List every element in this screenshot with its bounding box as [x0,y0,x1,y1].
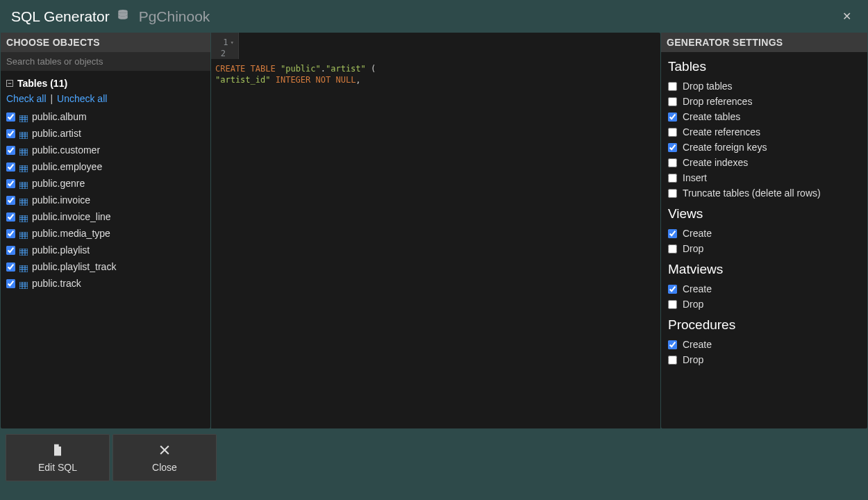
sql-editor[interactable]: 1▾2 CREATE TABLE "public"."artist" ( "ar… [211,33,660,428]
table-row[interactable]: public.track [6,275,205,292]
close-label: Close [152,462,177,473]
table-row[interactable]: public.playlist [6,242,205,258]
setting-checkbox[interactable] [668,189,677,198]
setting-checkbox[interactable] [668,82,677,91]
edit-sql-label: Edit SQL [38,462,77,473]
table-icon [19,230,28,237]
table-icon [19,280,28,287]
table-label: public.playlist [32,244,90,256]
collapse-icon[interactable]: − [6,80,13,87]
table-checkbox[interactable] [6,112,15,122]
setting-item[interactable]: Create [668,226,860,241]
setting-checkbox[interactable] [668,174,677,183]
setting-item[interactable]: Create [668,337,860,352]
settings-section-title: Procedures [668,317,860,333]
generator-settings-panel: GENERATOR SETTINGS TablesDrop tablesDrop… [661,33,867,428]
setting-item[interactable]: Create indexes [668,155,860,170]
setting-checkbox[interactable] [668,143,677,152]
setting-item[interactable]: Drop [668,352,860,367]
object-tree: − Tables (11) Check all | Uncheck all pu… [1,71,210,296]
table-row[interactable]: public.artist [6,125,205,142]
close-x-icon [158,442,172,458]
setting-item[interactable]: Insert [668,170,860,185]
table-label: public.playlist_track [32,261,116,272]
close-icon[interactable]: ✕ [837,7,857,26]
table-checkbox[interactable] [6,162,15,172]
close-button[interactable]: Close [112,434,217,481]
setting-label: Insert [683,172,707,183]
setting-item[interactable]: Drop [668,297,860,312]
table-label: public.track [32,278,81,289]
setting-item[interactable]: Create [668,281,860,297]
uncheck-all-link[interactable]: Uncheck all [57,93,107,104]
setting-checkbox[interactable] [668,340,677,349]
setting-item[interactable]: Create foreign keys [668,140,860,155]
setting-checkbox[interactable] [668,356,677,365]
table-row[interactable]: public.genre [6,175,205,192]
setting-checkbox[interactable] [668,229,677,238]
check-all-link[interactable]: Check all [6,93,47,104]
table-icon [19,263,28,270]
table-row[interactable]: public.customer [6,142,205,158]
setting-item[interactable]: Drop tables [668,78,860,94]
table-icon [19,163,28,170]
table-checkbox[interactable] [6,146,15,155]
fold-icon[interactable]: ▾ [231,39,234,46]
setting-checkbox[interactable] [668,97,677,106]
dialog-header: SQL Generator PgChinook ✕ [0,0,868,33]
database-icon [117,9,129,22]
setting-label: Create [683,339,712,350]
setting-label: Drop [683,299,703,310]
setting-label: Drop tables [683,81,733,92]
setting-item[interactable]: Drop [668,241,860,256]
table-row[interactable]: public.playlist_track [6,258,205,275]
settings-section-title: Tables [668,59,860,74]
table-checkbox[interactable] [6,179,15,188]
svg-rect-21 [19,182,28,189]
database-name: PgChinook [139,8,210,25]
svg-rect-46 [19,265,28,272]
svg-rect-1 [19,115,28,122]
table-row[interactable]: public.invoice [6,192,205,208]
table-row[interactable]: public.media_type [6,225,205,242]
table-checkbox[interactable] [6,129,15,138]
setting-checkbox[interactable] [668,300,677,309]
svg-rect-16 [19,165,28,172]
setting-checkbox[interactable] [668,244,677,253]
choose-objects-panel: CHOOSE OBJECTS − Tables (11) Check all |… [1,33,210,428]
table-checkbox[interactable] [6,229,15,238]
search-input[interactable] [1,52,210,71]
svg-rect-51 [19,282,28,289]
setting-checkbox[interactable] [668,112,677,122]
table-icon [19,147,28,153]
table-checkbox[interactable] [6,212,15,222]
table-row[interactable]: public.album [6,108,205,125]
table-label: public.media_type [32,228,110,239]
setting-item[interactable]: Drop references [668,94,860,109]
svg-point-0 [118,9,128,12]
svg-rect-11 [19,149,28,156]
table-icon [19,247,28,253]
setting-item[interactable]: Truncate tables (delete all rows) [668,185,860,201]
table-label: public.customer [32,144,100,156]
edit-sql-button[interactable]: Edit SQL [6,434,110,481]
tables-group-header[interactable]: − Tables (11) [6,75,205,92]
setting-item[interactable]: Create references [668,124,860,140]
setting-label: Create references [683,126,760,138]
setting-checkbox[interactable] [668,158,677,167]
table-checkbox[interactable] [6,196,15,205]
svg-rect-41 [19,249,28,256]
file-icon [51,442,65,458]
table-checkbox[interactable] [6,279,15,288]
svg-rect-31 [19,215,28,222]
setting-item[interactable]: Create tables [668,109,860,124]
table-row[interactable]: public.employee [6,158,205,175]
table-checkbox[interactable] [6,262,15,272]
tables-group-label: Tables (11) [17,78,67,89]
table-row[interactable]: public.invoice_line [6,208,205,225]
setting-checkbox[interactable] [668,128,677,137]
editor-code[interactable]: CREATE TABLE "public"."artist" ( "artist… [211,59,660,428]
table-checkbox[interactable] [6,246,15,255]
svg-rect-26 [19,199,28,206]
setting-checkbox[interactable] [668,285,677,294]
